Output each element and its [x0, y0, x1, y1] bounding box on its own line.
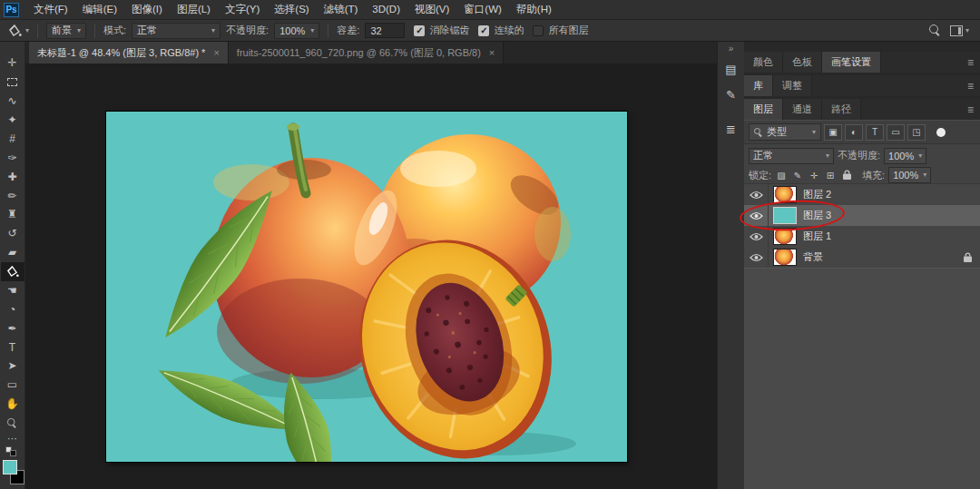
antialias-checkbox[interactable]: ✓ 消除锯齿 [414, 24, 469, 37]
menu-select[interactable]: 选择(S) [267, 0, 316, 19]
lasso-tool[interactable]: ∿ [1, 92, 24, 111]
layer-opacity-dropdown[interactable]: 100% ▾ [884, 148, 926, 164]
fill-dropdown[interactable]: 100% ▾ [888, 167, 931, 183]
zoom-icon [7, 418, 17, 428]
visibility-toggle[interactable] [744, 184, 769, 205]
layer-filter-dropdown[interactable]: 类型 ▾ [749, 123, 821, 141]
document-canvas[interactable] [106, 112, 627, 462]
shape-layer-filter-icon[interactable]: ▭ [887, 124, 905, 141]
smart-object-filter-icon[interactable]: ◳ [907, 124, 926, 141]
lock-label: 锁定: [749, 169, 771, 182]
tab-adjustments[interactable]: 调整 [773, 75, 812, 96]
contiguous-checkbox[interactable]: ✓ 连续的 [478, 24, 524, 37]
mode-dropdown[interactable]: 正常 ▾ [132, 23, 220, 39]
tolerance-input[interactable]: 32 [365, 23, 405, 38]
layer-row-3-selected[interactable]: 图层 3 [744, 205, 980, 226]
paint-bucket-tool-icon[interactable]: ▾ [7, 24, 29, 37]
foreground-color-swatch[interactable] [3, 460, 17, 474]
checkbox-checked-icon: ✓ [478, 25, 489, 36]
pixel-layer-filter-icon[interactable]: ▣ [824, 124, 842, 141]
type-layer-filter-icon[interactable]: T [866, 124, 884, 141]
lock-transparent-pixels-icon[interactable]: ▨ [775, 171, 788, 181]
panel-menu-icon[interactable]: ≡ [961, 52, 980, 73]
tab-channels[interactable]: 通道 [783, 99, 822, 120]
pen-tool[interactable]: ✒ [1, 318, 24, 337]
workspace-switcher[interactable]: ▾ [950, 25, 969, 36]
tab-libraries[interactable]: 库 [744, 75, 773, 96]
expand-dock-icon[interactable]: » [729, 44, 734, 54]
history-panel-icon[interactable]: ▤ [720, 58, 742, 80]
tool-preset-arrow-icon[interactable]: ▾ [25, 27, 29, 34]
smudge-tool[interactable]: ☚ [1, 281, 24, 300]
quick-selection-tool[interactable]: ✦ [1, 111, 24, 130]
tab-paths[interactable]: 路径 [822, 99, 861, 120]
menu-filter[interactable]: 滤镜(T) [317, 0, 366, 19]
opacity-dropdown[interactable]: 100% ▾ [274, 23, 319, 39]
lock-image-pixels-icon[interactable]: ✎ [791, 171, 804, 181]
dodge-tool[interactable]: ◔ [1, 299, 24, 318]
layer-name[interactable]: 图层 1 [803, 230, 831, 243]
layer-row-background[interactable]: 背景 [744, 247, 980, 268]
tab-color[interactable]: 颜色 [744, 52, 783, 73]
move-tool[interactable]: ✛ [1, 54, 24, 73]
type-tool[interactable]: T [1, 337, 24, 357]
menu-file[interactable]: 文件(F) [26, 0, 75, 19]
zoom-tool[interactable] [1, 414, 24, 433]
tab-brush-settings[interactable]: 画笔设置 [822, 52, 881, 73]
clone-stamp-tool[interactable]: ♜ [1, 205, 24, 224]
rectangular-marquee-tool[interactable] [1, 73, 24, 92]
tab-layers[interactable]: 图层 [744, 99, 783, 120]
menu-view[interactable]: 视图(V) [407, 0, 456, 19]
edit-toolbar-icon[interactable]: ⋯ [7, 433, 17, 445]
menu-3d[interactable]: 3D(D) [365, 0, 407, 19]
menu-layer[interactable]: 图层(L) [170, 0, 218, 19]
rectangle-shape-tool[interactable]: ▭ [1, 376, 24, 395]
mode-label: 模式: [103, 24, 126, 37]
crop-tool[interactable]: # [1, 130, 24, 149]
separator [328, 24, 328, 38]
layer-thumbnail[interactable] [773, 249, 797, 266]
search-icon[interactable] [929, 24, 941, 36]
layer-name[interactable]: 图层 2 [803, 188, 831, 201]
all-layers-checkbox[interactable]: 所有图层 [533, 24, 588, 37]
panel-menu-icon[interactable]: ≡ [961, 99, 980, 120]
checkbox-checked-icon: ✓ [414, 25, 425, 36]
separator [37, 24, 38, 38]
layer-name[interactable]: 背景 [803, 250, 823, 264]
menu-image[interactable]: 图像(I) [124, 0, 170, 19]
collapsed-panel-strip: » ▤ ✎ ≣ [717, 42, 744, 489]
lock-position-icon[interactable]: ✛ [808, 171, 820, 181]
panel-menu-icon[interactable]: ≡ [961, 75, 980, 96]
visibility-toggle[interactable] [744, 247, 769, 268]
properties-panel-icon[interactable]: ≣ [720, 118, 742, 140]
lock-all-icon[interactable] [840, 170, 853, 181]
blend-mode-dropdown[interactable]: 正常 ▾ [749, 148, 834, 164]
options-bar: ▾ 前景 ▾ 模式: 正常 ▾ 不透明度: 100% ▾ 容差: 32 ✓ 消除… [0, 20, 980, 42]
eraser-tool[interactable]: ▰ [1, 243, 24, 262]
spot-healing-brush-tool[interactable]: ✚ [1, 167, 24, 186]
menu-window[interactable]: 窗口(W) [456, 0, 509, 19]
brush-settings-panel-icon[interactable]: ✎ [720, 83, 742, 105]
fill-source-dropdown[interactable]: 前景 ▾ [46, 23, 86, 39]
lock-artboard-icon[interactable]: ⊞ [824, 171, 837, 181]
path-selection-tool[interactable]: ➤ [1, 357, 24, 376]
close-icon[interactable]: × [213, 47, 219, 58]
menu-help[interactable]: 帮助(H) [509, 0, 559, 19]
eyedropper-tool[interactable]: ✑ [1, 148, 24, 167]
tools-panel: ✛ ∿ ✦ # ✑ ✚ ✏ ♜ ↺ ▰ ☚ ◔ ✒ T ➤ ▭ ✋ ⋯ [0, 42, 25, 489]
close-icon[interactable]: × [489, 47, 495, 58]
doc-tab-untitled[interactable]: 未标题-1 @ 48.4% (图层 3, RGB/8#) * × [29, 42, 229, 64]
hand-tool[interactable]: ✋ [1, 395, 24, 414]
default-colors-icon[interactable] [5, 446, 20, 457]
menu-type[interactable]: 文字(Y) [218, 0, 267, 19]
menu-edit[interactable]: 编辑(E) [75, 0, 124, 19]
blend-mode-row: 正常 ▾ 不透明度: 100% ▾ [744, 144, 980, 167]
paint-bucket-tool[interactable] [1, 262, 24, 281]
filter-toggle-icon[interactable] [936, 128, 946, 137]
lock-row: 锁定: ▨ ✎ ✛ ⊞ 填充: 100% ▾ [744, 167, 980, 184]
adjustment-layer-filter-icon[interactable]: ◐ [845, 124, 863, 141]
history-brush-tool[interactable]: ↺ [1, 224, 24, 243]
tab-swatches[interactable]: 色板 [783, 52, 822, 73]
doc-tab-fruits[interactable]: fruits-2500011_960_720.png @ 66.7% (图层 0… [229, 42, 504, 64]
brush-tool[interactable]: ✏ [1, 186, 24, 205]
